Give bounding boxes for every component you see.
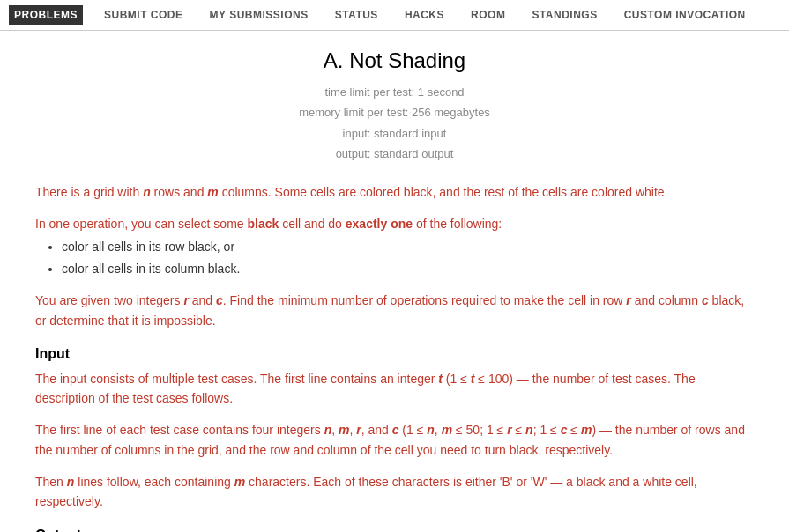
input-section: Input The input consists of multiple tes… [35, 343, 754, 408]
problem-header: A. Not Shading time limit per test: 1 se… [35, 48, 754, 165]
input-desc-2-section: The first line of each test case contain… [35, 420, 754, 460]
description-2-section: In one operation, you can select some bl… [35, 214, 754, 278]
problem-title: A. Not Shading [35, 48, 754, 73]
nav-item-problems[interactable]: PROBLEMS [9, 5, 83, 25]
bullet-2: color all cells in its column black. [62, 259, 754, 278]
description-1-section: There is a grid with n rows and m column… [35, 182, 754, 202]
input-desc-3-section: Then n lines follow, each containing m c… [35, 472, 754, 512]
nav-item-room[interactable]: ROOM [465, 5, 510, 25]
nav-item-my-submissions[interactable]: MY SUBMISSIONS [205, 5, 314, 25]
main-content: A. Not Shading time limit per test: 1 se… [0, 31, 789, 532]
memory-limit: memory limit per test: 256 megabytes [35, 102, 754, 122]
description-3-section: You are given two integers r and c. Find… [35, 291, 754, 330]
output-section: Output For each test case, if it is impo… [35, 524, 754, 532]
nav-item-custom-invocation[interactable]: CUSTOM INVOCATION [619, 5, 751, 25]
nav-item-status[interactable]: STATUS [330, 5, 383, 25]
nav-item-standings[interactable]: STANDINGS [526, 5, 602, 25]
navigation: PROBLEMSSUBMIT CODEMY SUBMISSIONSSTATUSH… [0, 0, 789, 31]
bullet-1: color all cells in its row black, or [62, 237, 754, 256]
input-type: input: standard input [35, 123, 754, 144]
input-section-header: Input [35, 343, 754, 366]
nav-item-submit-code[interactable]: SUBMIT CODE [99, 5, 189, 25]
output-section-header: Output [35, 524, 754, 532]
output-type: output: standard output [35, 144, 754, 164]
problem-meta: time limit per test: 1 second memory lim… [35, 82, 754, 165]
nav-item-hacks[interactable]: HACKS [399, 5, 450, 25]
time-limit: time limit per test: 1 second [35, 82, 754, 102]
operations-list: color all cells in its row black, or col… [62, 237, 754, 278]
